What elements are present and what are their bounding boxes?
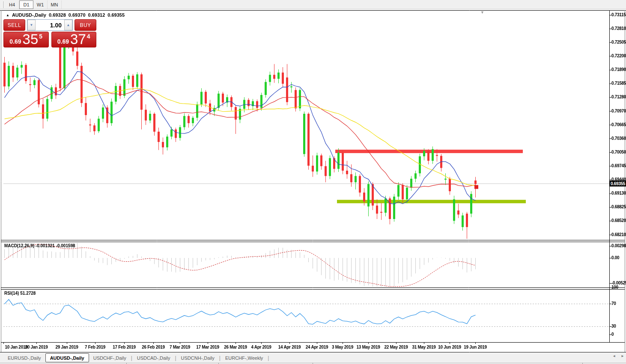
price-axis-label: 0.69130 (611, 191, 626, 195)
time-axis-label: 7 Feb 2019 (80, 345, 110, 349)
price-axis-label: 0.72505 (611, 40, 626, 44)
ohlc-close: 0.69355 (107, 12, 125, 18)
price-axis-label: 0.70665 (611, 122, 626, 127)
tab-audusd-daily[interactable]: AUDUSD-,Daily (45, 353, 89, 362)
macd-axis-label: 0.002984 (611, 243, 626, 248)
time-axis-label: 14 Apr 2019 (274, 345, 305, 349)
time-axis-label: 7 Mar 2019 (164, 345, 195, 349)
sell-quote-box[interactable]: 0.69 35 5 (3, 32, 49, 47)
volume-decrease-button[interactable]: ▼ (27, 20, 36, 30)
rsi-label: RSI(14) 51.2728 (4, 291, 36, 296)
timeframe-button-h4[interactable]: H4 (5, 0, 19, 9)
one-click-trading-panel: SELL ▼ ▲ BUY 0.69 35 5 0.69 37 4 (3, 19, 96, 47)
chart-title: ▲ AUDUSD-,Daily 0.69328 0.69370 0.69312 … (6, 12, 125, 18)
price-axis-label: 0.68210 (611, 232, 626, 237)
rsi-axis-label: 0 (611, 332, 626, 337)
time-axis-label: 20 Jan 2019 (21, 345, 52, 349)
rsi-axis-label: 70 (611, 301, 626, 306)
sell-price-big: 35 (23, 33, 39, 46)
timeframe-button-d1[interactable]: D1 (19, 0, 33, 9)
price-axis-label: 0.69440 (611, 177, 626, 182)
buy-quote-box[interactable]: 0.69 37 4 (51, 32, 97, 47)
sell-button[interactable]: SELL (3, 19, 25, 31)
macd-value-2: -0.001598 (56, 243, 75, 248)
price-axis-label: 0.72810 (611, 26, 626, 31)
price-axis-label: 0.71585 (611, 81, 626, 86)
price-axis-label: 0.71890 (611, 67, 626, 72)
price-axis-label: 0.72200 (611, 53, 626, 58)
macd-axis-label: 0.00 (611, 255, 626, 260)
toolbar-groove (2, 1, 3, 8)
tab-usdcad-daily[interactable]: USDCAD-,Daily (133, 353, 175, 362)
time-axis-label: 4 Apr 2019 (246, 345, 277, 349)
price-axis-label: 0.71280 (611, 95, 626, 99)
tab-separator: | (267, 355, 269, 361)
price-chart-canvas[interactable] (0, 0, 626, 364)
ohlc-high: 0.69370 (69, 12, 86, 18)
tab-eurchf-weekly[interactable]: EURCHF-,Weekly (221, 353, 267, 362)
tab-usdchf-daily[interactable]: USDCHF-,Daily (89, 353, 131, 362)
macd-label: MACD(12,26,9) -0.001321 -0.001598 (4, 243, 75, 248)
macd-value-1: -0.001321 (36, 243, 55, 248)
sell-price-prefix: 0.69 (9, 37, 21, 46)
timeframe-button-w1[interactable]: W1 (33, 0, 48, 9)
price-axis-label: 0.70970 (611, 109, 626, 113)
tab-usdcnh-daily[interactable]: USDCNH-,Daily (177, 353, 219, 362)
timeframe-button-mn[interactable]: MN (48, 0, 62, 9)
tab-scroll-right-icon[interactable]: ► (621, 354, 624, 358)
rsi-axis-label: 30 (611, 324, 626, 328)
price-axis-label: 0.70050 (611, 150, 626, 154)
price-axis-label: 0.73115 (611, 12, 626, 17)
buy-price-pip: 4 (87, 33, 90, 40)
time-axis-label: 17 Feb 2019 (109, 345, 140, 349)
volume-control: ▼ ▲ (27, 19, 73, 31)
chart-scroll-marker-icon[interactable]: ▼ (480, 10, 484, 15)
price-axis-label: 0.68825 (611, 204, 626, 209)
timeframe-toolbar: H4D1W1MN (0, 0, 626, 9)
tab-scroll-controls: ◄ ► (612, 354, 624, 358)
symbol-up-triangle-icon: ▲ (6, 13, 9, 17)
buy-button[interactable]: BUY (75, 19, 96, 31)
time-axis-label: 22 May 2019 (381, 345, 411, 349)
time-axis-label: 17 Mar 2019 (192, 345, 223, 349)
tab-eurusd-daily[interactable]: EURUSD-,Daily (3, 353, 45, 362)
application-window: H4D1W1MN ▲ AUDUSD-,Daily 0.69328 0.69370… (0, 0, 626, 364)
price-axis-label: 0.70360 (611, 136, 626, 141)
tab-scroll-left-icon[interactable]: ◄ (612, 354, 616, 358)
price-axis-label: 0.68520 (611, 218, 626, 223)
buy-price-prefix: 0.69 (57, 37, 69, 46)
symbol-title: AUDUSD-,Daily (12, 12, 46, 18)
sell-price-pip: 5 (39, 33, 42, 40)
volume-input[interactable] (36, 20, 64, 30)
buy-price-big: 37 (70, 33, 86, 46)
ohlc-open: 0.69328 (49, 12, 66, 18)
symbol-tab-bar: EURUSD-,DailyAUDUSD-,DailyUSDCHF-,Daily|… (0, 353, 626, 363)
time-axis-label: 29 Jan 2019 (51, 345, 82, 349)
ohlc-low: 0.69312 (88, 12, 105, 18)
time-axis-label: 13 May 2019 (353, 345, 384, 349)
time-axis-label: 19 Jun 2019 (460, 345, 491, 349)
volume-increase-button[interactable]: ▲ (64, 20, 72, 30)
rsi-value: 51.2728 (20, 291, 36, 296)
rsi-axis-label: 100 (611, 285, 626, 290)
price-axis-label: 0.69745 (611, 163, 626, 168)
